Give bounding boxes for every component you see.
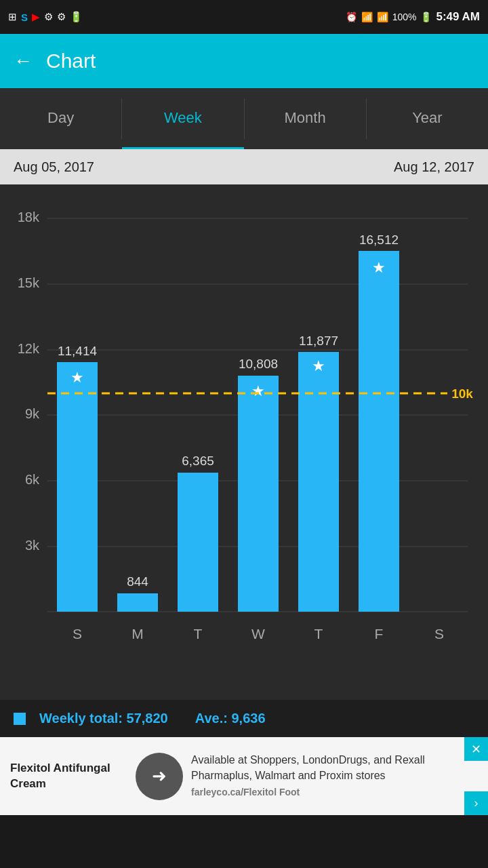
skype-icon: S: [21, 12, 28, 23]
battery-icon: 🔋: [420, 12, 432, 22]
svg-rect-24: [298, 352, 339, 612]
add-icon: ⊞: [8, 11, 17, 23]
svg-text:★: ★: [372, 259, 386, 276]
date-range: Aug 05, 2017 Aug 12, 2017: [0, 149, 488, 184]
ad-product-name: Flexitol Antifungal Cream: [0, 754, 136, 797]
tab-week[interactable]: Week: [122, 88, 243, 149]
tab-day[interactable]: Day: [0, 88, 121, 149]
battery-warn-icon: 🔋: [70, 11, 83, 23]
wifi-icon: 📶: [361, 12, 373, 22]
back-button[interactable]: ←: [14, 50, 33, 72]
svg-text:844: 844: [127, 574, 148, 589]
svg-rect-17: [117, 593, 158, 612]
tab-bar: Day Week Month Year: [0, 88, 488, 149]
tab-year[interactable]: Year: [367, 88, 488, 149]
page-title: Chart: [46, 50, 96, 73]
bar-chart: 18k 15k 12k 9k 6k 3k 11,414 ★ 844 6,365 …: [7, 198, 481, 693]
ad-description: Available at Shoppers, LondonDrugs, and …: [183, 747, 464, 804]
svg-text:11,414: 11,414: [58, 344, 98, 358]
youtube-icon: ▶: [32, 11, 40, 23]
svg-text:18k: 18k: [18, 210, 40, 224]
svg-rect-14: [57, 362, 98, 612]
svg-text:12k: 12k: [18, 341, 40, 356]
date-end: Aug 12, 2017: [394, 159, 474, 175]
svg-text:15k: 15k: [18, 275, 40, 290]
weekly-total: Weekly total: 57,820: [39, 711, 168, 726]
signal-icon: 📶: [377, 12, 388, 22]
svg-text:★: ★: [70, 369, 84, 386]
chart-area: 18k 15k 12k 9k 6k 3k 11,414 ★ 844 6,365 …: [0, 184, 488, 700]
color-indicator: [14, 713, 26, 725]
alarm-icon: ⏰: [346, 12, 357, 22]
svg-text:9k: 9k: [25, 406, 40, 421]
time: 5:49 AM: [436, 10, 480, 24]
svg-rect-19: [178, 473, 218, 612]
svg-rect-21: [238, 376, 279, 612]
ad-banner: Flexitol Antifungal Cream ➜ Available at…: [0, 737, 488, 815]
svg-text:S: S: [73, 626, 82, 642]
ad-next-button[interactable]: ›: [464, 791, 488, 815]
status-icons: ⊞ S ▶ ⚙ ⚙ 🔋: [8, 11, 83, 23]
svg-text:S: S: [434, 626, 444, 642]
svg-text:11,877: 11,877: [299, 334, 338, 348]
ad-arrow-button[interactable]: ➜: [136, 753, 183, 800]
ad-close-button[interactable]: ✕: [464, 737, 488, 761]
svg-text:★: ★: [312, 357, 325, 374]
date-start: Aug 05, 2017: [14, 159, 94, 175]
tab-month[interactable]: Month: [245, 88, 366, 149]
svg-rect-27: [359, 251, 399, 612]
summary-bar: Weekly total: 57,820 Ave.: 9,636: [0, 700, 488, 737]
svg-text:M: M: [131, 626, 144, 642]
svg-text:3k: 3k: [25, 538, 40, 553]
svg-text:★: ★: [251, 382, 265, 399]
battery-percent: 100%: [392, 12, 417, 22]
status-right: ⏰ 📶 📶 100% 🔋 5:49 AM: [346, 10, 480, 24]
svg-text:T: T: [194, 626, 203, 642]
svg-text:W: W: [251, 626, 265, 642]
header: ← Chart: [0, 34, 488, 88]
svg-text:6,365: 6,365: [182, 454, 214, 468]
settings-icon: ⚙: [44, 11, 53, 23]
svg-text:16,512: 16,512: [359, 233, 399, 247]
svg-text:F: F: [375, 626, 384, 642]
settings2-icon: ⚙: [57, 11, 66, 23]
weekly-average: Ave.: 9,636: [195, 711, 266, 726]
svg-text:6k: 6k: [25, 472, 40, 487]
svg-text:10k: 10k: [451, 387, 473, 401]
svg-text:T: T: [314, 626, 323, 642]
svg-text:10,808: 10,808: [239, 357, 278, 371]
status-bar: ⊞ S ▶ ⚙ ⚙ 🔋 ⏰ 📶 📶 100% 🔋 5:49 AM: [0, 0, 488, 34]
